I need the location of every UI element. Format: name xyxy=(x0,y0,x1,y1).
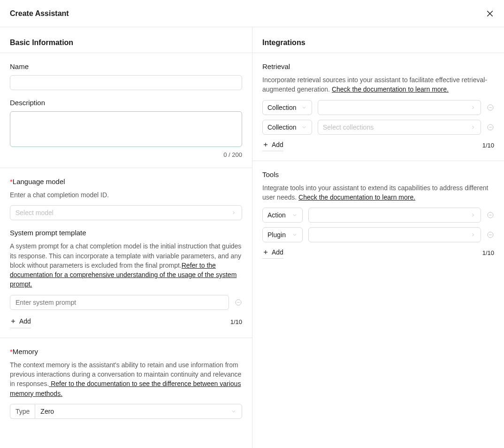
memory-desc: The context memory is the assistant's ab… xyxy=(10,360,242,398)
modal-title: Create Assistant xyxy=(10,9,69,18)
chevron-right-icon xyxy=(231,210,237,216)
basic-info-title: Basic Information xyxy=(10,39,242,47)
description-textarea[interactable] xyxy=(10,111,242,147)
system-prompt-input[interactable] xyxy=(10,295,229,310)
system-prompt-add-row: Add 1/10 xyxy=(10,316,242,328)
minus-circle-icon xyxy=(487,211,494,219)
name-field: Name xyxy=(10,62,242,90)
retrieval-value-select-2[interactable]: Select collections xyxy=(318,120,481,135)
content: Basic Information Name Description 0 / 2… xyxy=(0,27,504,448)
integrations-title: Integrations xyxy=(262,39,494,47)
tools-section: Tools Integrate tools into your assistan… xyxy=(252,161,504,269)
retrieval-section: Retrieval Incorporate retrieval sources … xyxy=(252,53,504,161)
retrieval-value-select-1[interactable] xyxy=(318,100,481,115)
tools-row-2: Plugin xyxy=(262,227,494,242)
tools-row-1: Action xyxy=(262,208,494,223)
retrieval-add-button[interactable]: Add xyxy=(262,139,283,151)
plus-icon xyxy=(10,318,16,324)
memory-type-value: Zero xyxy=(40,408,54,415)
memory-field: *Memory The context memory is the assist… xyxy=(10,348,242,419)
chevron-down-icon xyxy=(292,212,298,218)
memory-type-select[interactable]: Zero xyxy=(35,404,242,419)
tools-type-select-2[interactable]: Plugin xyxy=(262,227,303,242)
plus-icon xyxy=(262,249,269,255)
chevron-down-icon xyxy=(301,124,307,130)
close-icon xyxy=(486,9,494,18)
language-model-desc: Enter a chat completion model ID. xyxy=(10,190,242,200)
tools-type-select-1[interactable]: Action xyxy=(262,208,303,223)
chevron-right-icon xyxy=(470,232,476,238)
retrieval-type-select-2[interactable]: Collection xyxy=(262,120,312,135)
retrieval-counter: 1/10 xyxy=(482,142,494,149)
memory-label: *Memory xyxy=(10,348,242,355)
minus-circle-icon xyxy=(487,124,494,131)
retrieval-title: Retrieval xyxy=(262,62,494,70)
add-prompt-button[interactable]: Add xyxy=(10,316,31,328)
minus-circle-icon xyxy=(235,299,242,306)
tools-remove-2[interactable] xyxy=(487,231,494,239)
chevron-down-icon xyxy=(301,105,307,110)
memory-section: *Memory The context memory is the assist… xyxy=(0,338,252,428)
tools-title: Tools xyxy=(262,170,494,178)
chevron-down-icon xyxy=(231,409,237,414)
tools-add-button[interactable]: Add xyxy=(262,247,283,259)
tools-counter: 1/10 xyxy=(482,249,494,256)
retrieval-add-row: Add 1/10 xyxy=(262,139,494,151)
description-field: Description 0 / 200 xyxy=(10,99,242,158)
chevron-down-icon xyxy=(292,232,298,238)
retrieval-row-1: Collection xyxy=(262,100,494,115)
language-model-select[interactable]: Select model xyxy=(10,205,242,220)
system-prompt-desc: A system prompt for a chat completion mo… xyxy=(10,241,242,289)
plus-icon xyxy=(262,141,269,148)
description-char-count: 0 / 200 xyxy=(10,151,242,158)
system-prompt-row xyxy=(10,295,242,310)
language-model-label: *Language model xyxy=(10,178,242,185)
system-prompt-field: System prompt template A system prompt f… xyxy=(10,229,242,328)
tools-doc-link[interactable]: Check the documentation to learn more. xyxy=(298,193,415,201)
name-label: Name xyxy=(10,62,242,70)
system-prompt-counter: 1/10 xyxy=(230,318,242,325)
right-column: Integrations Retrieval Incorporate retri… xyxy=(252,27,504,448)
integrations-header: Integrations xyxy=(252,27,504,53)
close-button[interactable] xyxy=(486,9,494,18)
chevron-right-icon xyxy=(470,212,476,218)
retrieval-row-2: Collection Select collections xyxy=(262,120,494,135)
description-label: Description xyxy=(10,99,242,107)
minus-circle-icon xyxy=(487,104,494,111)
memory-type-label: Type xyxy=(10,404,35,419)
retrieval-type-select-1[interactable]: Collection xyxy=(262,100,312,115)
remove-prompt-button[interactable] xyxy=(235,299,242,306)
retrieval-desc: Incorporate retrieval sources into your … xyxy=(262,75,494,94)
left-column: Basic Information Name Description 0 / 2… xyxy=(0,27,252,448)
chevron-right-icon xyxy=(470,124,476,130)
system-prompt-label: System prompt template xyxy=(10,229,242,237)
tools-add-row: Add 1/10 xyxy=(262,247,494,259)
model-prompt-section: *Language model Enter a chat completion … xyxy=(0,168,252,338)
minus-circle-icon xyxy=(487,231,494,239)
tools-value-select-2[interactable] xyxy=(308,227,481,242)
retrieval-remove-1[interactable] xyxy=(487,104,494,111)
name-desc-section: Name Description 0 / 200 xyxy=(0,53,252,168)
memory-type-row: Type Zero xyxy=(10,404,242,419)
tools-desc: Integrate tools into your assistant to e… xyxy=(262,183,494,202)
language-model-field: *Language model Enter a chat completion … xyxy=(10,178,242,220)
modal-header: Create Assistant xyxy=(0,0,504,27)
name-input[interactable] xyxy=(10,75,242,90)
basic-info-header: Basic Information xyxy=(0,27,252,53)
chevron-right-icon xyxy=(470,105,476,110)
tools-remove-1[interactable] xyxy=(487,211,494,219)
tools-value-select-1[interactable] xyxy=(308,208,481,223)
retrieval-remove-2[interactable] xyxy=(487,124,494,131)
retrieval-doc-link[interactable]: Check the documentation to learn more. xyxy=(332,85,449,93)
language-model-placeholder: Select model xyxy=(15,209,53,216)
